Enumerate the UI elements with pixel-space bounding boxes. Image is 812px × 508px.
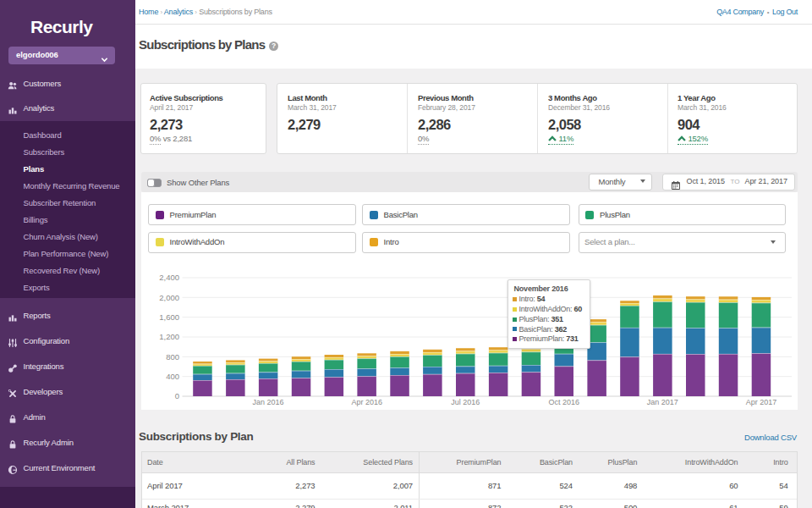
svg-text:800: 800	[166, 352, 179, 362]
svg-text:1,200: 1,200	[159, 332, 179, 341]
svg-text:Apr 2016: Apr 2016	[351, 398, 382, 406]
svg-text:1,600: 1,600	[159, 312, 179, 322]
svg-text:Oct 2016: Oct 2016	[549, 398, 580, 406]
svg-text:2,400: 2,400	[159, 273, 179, 282]
svg-text:Jul 2016: Jul 2016	[451, 398, 480, 406]
svg-text:Apr 2017: Apr 2017	[746, 398, 777, 406]
svg-text:400: 400	[166, 372, 179, 381]
svg-text:2,000: 2,000	[159, 293, 179, 302]
svg-text:Jan 2017: Jan 2017	[647, 398, 678, 406]
svg-text:Jan 2016: Jan 2016	[253, 398, 284, 406]
svg-text:0: 0	[175, 391, 179, 400]
